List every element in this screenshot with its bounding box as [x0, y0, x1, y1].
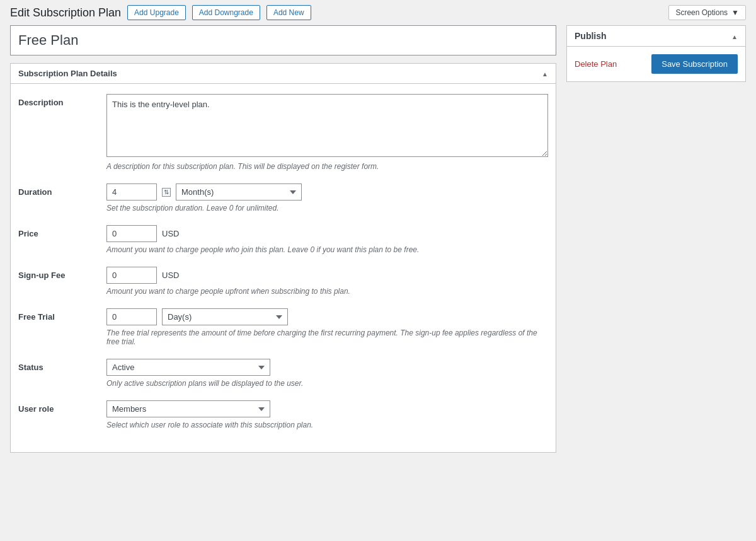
subscription-details-panel: Subscription Plan Details Description Th… — [10, 63, 556, 453]
status-row: Status Active Inactive Only active subsc… — [18, 359, 548, 388]
free-trial-number-input[interactable] — [106, 308, 157, 325]
duration-row: Duration ⇅ Day(s) Week(s) Month(s) Year(… — [18, 183, 548, 212]
description-textarea[interactable]: This is the entry-level plan. — [106, 94, 548, 157]
signup-fee-group: USD — [106, 267, 548, 284]
signup-fee-field: USD Amount you want to charge people upf… — [106, 267, 548, 296]
plan-title-input[interactable] — [10, 25, 556, 55]
delete-plan-link[interactable]: Delete Plan — [575, 59, 617, 69]
screen-options-button[interactable]: Screen Options ▼ — [668, 5, 746, 20]
free-trial-row: Free Trial Day(s) Week(s) Month(s) The f… — [18, 308, 548, 346]
status-field: Active Inactive Only active subscription… — [106, 359, 548, 388]
signup-fee-help: Amount you want to charge people upfront… — [106, 287, 548, 296]
spinner-icon: ⇅ — [162, 188, 171, 197]
price-input[interactable] — [106, 225, 157, 242]
user-role-select[interactable]: Members Subscriber Editor — [106, 400, 270, 417]
main-layout: Subscription Plan Details Description Th… — [0, 25, 756, 463]
description-row: Description This is the entry-level plan… — [18, 94, 548, 171]
status-select[interactable]: Active Inactive — [106, 359, 270, 376]
chevron-down-icon: ▼ — [731, 8, 739, 17]
price-field: USD Amount you want to charge people who… — [106, 225, 548, 254]
free-trial-group: Day(s) Week(s) Month(s) — [106, 308, 548, 325]
panel-collapse-icon[interactable] — [542, 69, 548, 78]
free-trial-help: The free trial represents the amount of … — [106, 329, 548, 346]
top-bar: Edit Subscription Plan Add Upgrade Add D… — [0, 0, 756, 25]
main-content: Subscription Plan Details Description Th… — [10, 25, 556, 453]
duration-unit-select[interactable]: Day(s) Week(s) Month(s) Year(s) — [176, 183, 302, 201]
free-trial-field: Day(s) Week(s) Month(s) The free trial r… — [106, 308, 548, 346]
publish-panel: Publish Delete Plan Save Subscription — [566, 25, 746, 82]
duration-group: ⇅ Day(s) Week(s) Month(s) Year(s) — [106, 183, 548, 201]
status-help: Only active subscription plans will be d… — [106, 379, 548, 388]
duration-help: Set the subscription duration. Leave 0 f… — [106, 204, 548, 212]
duration-number-input[interactable] — [106, 183, 157, 201]
status-label: Status — [18, 359, 106, 372]
price-currency: USD — [162, 229, 179, 238]
price-group: USD — [106, 225, 548, 242]
signup-fee-input[interactable] — [106, 267, 157, 284]
add-new-button[interactable]: Add New — [266, 5, 311, 20]
publish-title: Publish — [575, 31, 607, 41]
panel-title: Subscription Plan Details — [18, 69, 117, 78]
free-trial-label: Free Trial — [18, 308, 106, 322]
signup-fee-currency: USD — [162, 270, 179, 280]
duration-label: Duration — [18, 183, 106, 197]
signup-fee-label: Sign-up Fee — [18, 267, 106, 280]
publish-body: Delete Plan Save Subscription — [567, 47, 745, 81]
publish-collapse-icon[interactable] — [731, 31, 738, 41]
publish-header: Publish — [567, 26, 745, 47]
signup-fee-row: Sign-up Fee USD Amount you want to charg… — [18, 267, 548, 296]
top-bar-left: Edit Subscription Plan Add Upgrade Add D… — [10, 5, 311, 20]
user-role-label: User role — [18, 400, 106, 414]
free-trial-unit-select[interactable]: Day(s) Week(s) Month(s) — [162, 308, 288, 325]
description-field: This is the entry-level plan. A descript… — [106, 94, 548, 171]
user-role-field: Members Subscriber Editor Select which u… — [106, 400, 548, 429]
add-downgrade-button[interactable]: Add Downgrade — [192, 5, 260, 20]
user-role-row: User role Members Subscriber Editor Sele… — [18, 400, 548, 429]
price-row: Price USD Amount you want to charge peop… — [18, 225, 548, 254]
sidebar: Publish Delete Plan Save Subscription — [566, 25, 746, 453]
page-title: Edit Subscription Plan — [10, 6, 121, 20]
duration-field: ⇅ Day(s) Week(s) Month(s) Year(s) Set th… — [106, 183, 548, 212]
description-label: Description — [18, 94, 106, 107]
price-label: Price — [18, 225, 106, 238]
description-help: A description for this subscription plan… — [106, 162, 548, 171]
save-subscription-button[interactable]: Save Subscription — [651, 54, 738, 74]
user-role-help: Select which user role to associate with… — [106, 421, 548, 429]
panel-header: Subscription Plan Details — [11, 64, 556, 84]
add-upgrade-button[interactable]: Add Upgrade — [127, 5, 186, 20]
panel-body: Description This is the entry-level plan… — [11, 84, 556, 452]
price-help: Amount you want to charge people who joi… — [106, 245, 548, 254]
screen-options-label: Screen Options — [675, 8, 728, 17]
